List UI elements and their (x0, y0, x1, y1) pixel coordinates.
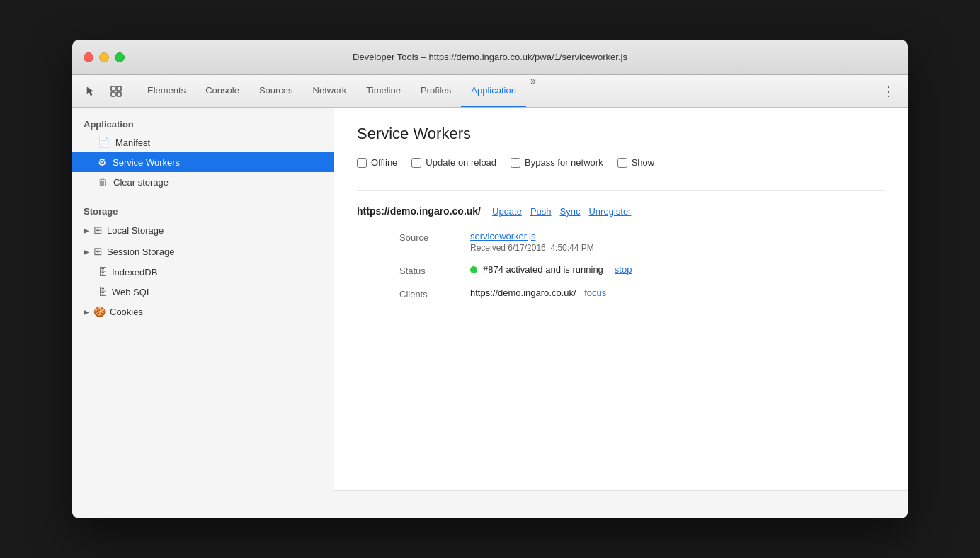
clients-value: https://demo.ingaro.co.uk/ focus (470, 287, 885, 300)
storage-section-label: Storage (72, 200, 334, 220)
close-button[interactable] (84, 52, 93, 62)
bypass-for-network-checkbox-item[interactable]: Bypass for network (511, 157, 603, 168)
cookies-expand-icon: ▶ (84, 308, 89, 316)
sidebar-item-clear-storage[interactable]: 🗑 Clear storage (72, 172, 334, 192)
indexeddb-icon: 🗄 (98, 266, 108, 278)
tab-network[interactable]: Network (303, 75, 357, 107)
tab-timeline[interactable]: Timeline (356, 75, 411, 107)
received-text: Received 6/17/2016, 4:50:44 PM (470, 243, 885, 253)
status-dot (470, 266, 477, 273)
show-all-label: Show (632, 157, 655, 168)
bypass-for-network-label: Bypass for network (525, 157, 603, 168)
toolbar-separator (872, 81, 872, 101)
sidebar-item-web-sql[interactable]: 🗄 Web SQL (72, 282, 334, 302)
offline-checkbox-item[interactable]: Offline (357, 157, 397, 168)
focus-link[interactable]: focus (584, 287, 606, 298)
sidebar-item-indexeddb[interactable]: 🗄 IndexedDB (72, 262, 334, 282)
sidebar-item-session-storage[interactable]: ▶ ⊞ Session Storage (72, 241, 334, 262)
offline-checkbox[interactable] (357, 158, 367, 168)
svg-rect-1 (117, 86, 121, 91)
titlebar: Developer Tools – https://demo.ingaro.co… (72, 40, 908, 75)
service-workers-label: Service Workers (113, 157, 180, 168)
status-label: Status (399, 264, 470, 276)
stop-link[interactable]: stop (615, 264, 632, 275)
devtools-window: Developer Tools – https://demo.ingaro.co… (72, 40, 908, 518)
show-all-checkbox-item[interactable]: Show (617, 157, 655, 168)
source-value: serviceworker.js Received 6/17/2016, 4:5… (470, 231, 885, 253)
push-link[interactable]: Push (530, 206, 552, 217)
local-storage-label: Local Storage (107, 225, 164, 236)
session-storage-expand-icon: ▶ (84, 248, 89, 256)
sw-entry: https://demo.ingaro.co.uk/ Update Push S… (357, 190, 885, 300)
sw-detail-grid: Source serviceworker.js Received 6/17/20… (399, 231, 885, 300)
minimize-button[interactable] (99, 52, 109, 62)
manifest-icon: 📄 (98, 137, 110, 148)
status-text: #874 activated and is running (483, 264, 603, 275)
sidebar-item-local-storage[interactable]: ▶ ⊞ Local Storage (72, 220, 334, 241)
offline-label: Offline (371, 157, 397, 168)
sw-url: https://demo.ingaro.co.uk/ (357, 205, 481, 217)
session-storage-grid-icon: ⊞ (93, 245, 103, 258)
clear-storage-icon: 🗑 (98, 176, 108, 188)
tab-sources[interactable]: Sources (249, 75, 303, 107)
toolbar-icons (81, 81, 126, 101)
source-link[interactable]: serviceworker.js (470, 231, 535, 241)
websql-label: Web SQL (112, 287, 152, 297)
status-value: #874 activated and is running stop (470, 264, 885, 276)
sidebar: Application 📄 Manifest ⚙ Service Workers… (72, 108, 334, 518)
menu-button[interactable]: ⋮ (878, 84, 899, 99)
update-on-reload-checkbox-item[interactable]: Update on reload (411, 157, 496, 168)
svg-rect-2 (111, 92, 115, 96)
sw-actions: Update Push Sync Unregister (492, 206, 631, 217)
manifest-label: Manifest (115, 137, 150, 148)
clear-storage-label: Clear storage (113, 177, 169, 188)
local-storage-grid-icon: ⊞ (93, 224, 103, 237)
more-tabs-button[interactable]: » (526, 75, 540, 107)
checkboxes-row: Offline Update on reload Bypass for netw… (357, 157, 885, 168)
main-content: Application 📄 Manifest ⚙ Service Workers… (72, 108, 908, 518)
bypass-for-network-checkbox[interactable] (511, 158, 520, 168)
traffic-lights (84, 52, 125, 62)
update-on-reload-label: Update on reload (426, 157, 496, 168)
tab-console[interactable]: Console (195, 75, 249, 107)
websql-icon: 🗄 (98, 286, 108, 297)
toolbar: Elements Console Sources Network Timelin… (72, 75, 908, 108)
show-all-checkbox[interactable] (617, 158, 627, 168)
sync-link[interactable]: Sync (560, 206, 581, 217)
service-workers-icon: ⚙ (98, 156, 107, 168)
clients-url: https://demo.ingaro.co.uk/ (470, 287, 576, 298)
cookies-label: Cookies (110, 307, 143, 317)
local-storage-expand-icon: ▶ (84, 227, 89, 234)
maximize-button[interactable] (115, 52, 125, 62)
cookies-icon: 🍪 (93, 306, 106, 317)
main-panel: Service Workers Offline Update on reload… (334, 108, 908, 518)
update-on-reload-checkbox[interactable] (411, 158, 421, 168)
application-section-label: Application (72, 113, 334, 132)
tab-elements[interactable]: Elements (137, 75, 195, 107)
sw-url-row: https://demo.ingaro.co.uk/ Update Push S… (357, 205, 885, 217)
cursor-icon[interactable] (81, 81, 101, 101)
tab-application[interactable]: Application (461, 75, 526, 107)
panel-content: Service Workers Offline Update on reload… (334, 108, 908, 490)
svg-rect-0 (111, 86, 115, 91)
window-title: Developer Tools – https://demo.ingaro.co… (353, 52, 627, 62)
toolbar-tabs: Elements Console Sources Network Timelin… (137, 75, 866, 107)
sidebar-item-cookies[interactable]: ▶ 🍪 Cookies (72, 302, 334, 321)
svg-rect-3 (117, 92, 121, 96)
panel-title: Service Workers (357, 125, 885, 143)
panel-bottom (334, 490, 908, 518)
update-link[interactable]: Update (492, 206, 522, 217)
sidebar-item-manifest[interactable]: 📄 Manifest (72, 132, 334, 152)
tab-profiles[interactable]: Profiles (411, 75, 461, 107)
unregister-link[interactable]: Unregister (588, 206, 631, 217)
sidebar-item-service-workers[interactable]: ⚙ Service Workers (72, 152, 334, 172)
source-label: Source (399, 231, 470, 253)
clients-label: Clients (399, 287, 470, 300)
session-storage-label: Session Storage (107, 246, 174, 257)
indexeddb-label: IndexedDB (112, 267, 157, 278)
status-indicator: #874 activated and is running stop (470, 264, 632, 275)
inspect-icon[interactable] (106, 81, 126, 101)
